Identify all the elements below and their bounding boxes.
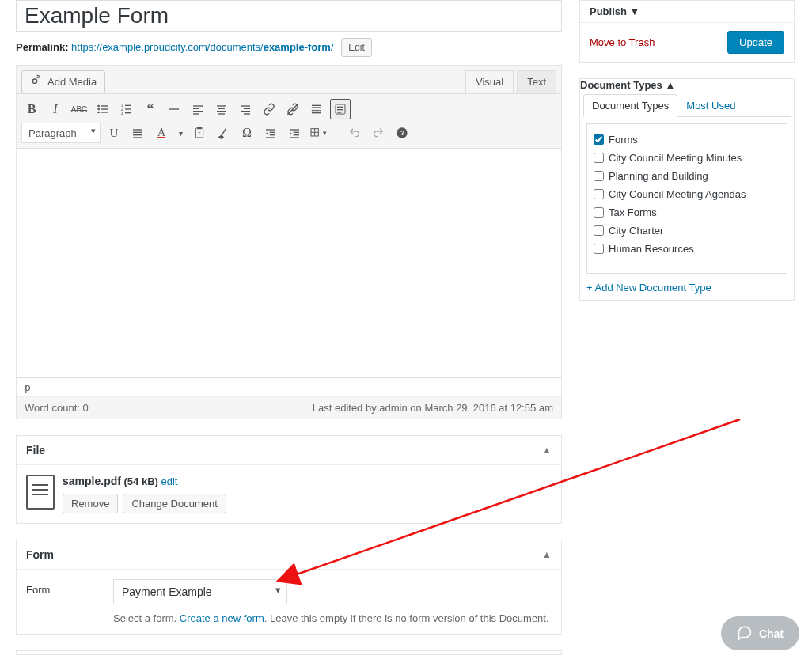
file-postbox-header[interactable]: File ▲ — [17, 436, 561, 465]
svg-point-1 — [97, 105, 100, 108]
document-type-item[interactable]: City Charter — [592, 222, 782, 240]
word-count: Word count: 0 — [25, 402, 89, 414]
document-type-checkbox[interactable] — [594, 225, 604, 236]
svg-rect-20 — [217, 111, 226, 112]
svg-rect-49 — [294, 134, 299, 135]
svg-rect-8 — [125, 105, 131, 106]
align-justify-icon[interactable] — [127, 123, 148, 143]
svg-point-3 — [97, 108, 100, 111]
svg-rect-25 — [244, 113, 250, 114]
document-type-item[interactable]: City Council Meeting Agendas — [592, 185, 782, 203]
svg-rect-43 — [266, 129, 275, 130]
document-type-item[interactable]: Human Resources — [592, 240, 782, 258]
document-type-label: City Council Meeting Agendas — [609, 188, 746, 200]
tab-visual[interactable]: Visual — [465, 70, 514, 93]
remove-file-button[interactable]: Remove — [63, 494, 118, 513]
help-icon[interactable]: ? — [392, 123, 412, 143]
unlink-icon[interactable] — [283, 99, 303, 119]
underline-icon[interactable]: U — [104, 123, 124, 143]
move-to-trash-link[interactable]: Move to Trash — [590, 36, 655, 48]
svg-rect-34 — [337, 109, 343, 110]
document-type-checkbox[interactable] — [594, 207, 604, 218]
svg-rect-2 — [101, 105, 108, 106]
document-type-label: City Charter — [609, 225, 663, 237]
document-types-postbox: Document Types ▲ Document Types Most Use… — [579, 78, 795, 301]
document-type-label: Human Resources — [609, 243, 694, 255]
permalink-url[interactable]: https://example.proudcity.com/documents/… — [71, 41, 333, 53]
document-type-checkbox[interactable] — [594, 153, 604, 163]
document-type-item[interactable]: Tax Forms — [592, 203, 782, 222]
permalink-row: Permalink: https://example.proudcity.com… — [16, 38, 562, 57]
undo-icon[interactable] — [344, 123, 365, 143]
form-select[interactable]: Payment Example — [113, 579, 287, 604]
table-icon[interactable]: ▾ — [308, 123, 328, 143]
change-document-button[interactable]: Change Document — [123, 494, 226, 513]
redo-icon[interactable] — [368, 123, 389, 143]
tab-most-used[interactable]: Most Used — [677, 94, 744, 117]
document-icon — [26, 475, 55, 510]
format-select[interactable]: Paragraph — [21, 123, 101, 143]
media-icon — [30, 74, 43, 89]
svg-rect-24 — [241, 111, 250, 112]
format-select-wrap[interactable]: Paragraph — [21, 123, 101, 143]
form-postbox-header[interactable]: Form ▲ — [17, 540, 561, 570]
update-button[interactable]: Update — [727, 31, 784, 54]
collapse-up-icon: ▲ — [542, 549, 552, 560]
svg-rect-18 — [217, 105, 226, 106]
align-center-icon[interactable] — [211, 99, 232, 119]
numbered-list-icon[interactable]: 123 — [116, 99, 137, 119]
special-char-icon[interactable]: Ω — [237, 123, 257, 143]
title-input[interactable] — [16, 0, 562, 32]
document-type-item[interactable]: Planning and Building — [592, 167, 782, 185]
text-color-dropdown-icon[interactable]: ▾ — [175, 123, 186, 143]
svg-rect-23 — [244, 108, 250, 109]
document-type-checkbox[interactable] — [594, 171, 604, 181]
add-new-document-type-link[interactable]: + Add New Document Type — [586, 282, 787, 294]
document-type-label: Tax Forms — [609, 206, 657, 218]
svg-rect-4 — [101, 108, 108, 109]
italic-icon[interactable]: I — [45, 99, 66, 119]
tab-document-types[interactable]: Document Types — [583, 94, 677, 117]
clear-formatting-icon[interactable] — [213, 123, 233, 143]
document-types-header[interactable]: Document Types ▲ — [580, 79, 794, 91]
svg-rect-33 — [340, 107, 343, 108]
text-color-icon[interactable]: A — [151, 123, 172, 143]
horizontal-rule-icon[interactable] — [164, 99, 184, 119]
document-type-item[interactable]: City Council Meeting Minutes — [592, 149, 782, 167]
last-edited: Last edited by admin on March 29, 2016 a… — [313, 402, 553, 414]
publish-postbox-header[interactable]: Publish ▼ — [580, 1, 794, 22]
bold-icon[interactable]: B — [21, 99, 42, 119]
paste-text-icon[interactable]: T — [189, 123, 210, 143]
svg-rect-39 — [133, 137, 142, 138]
chat-icon — [737, 624, 753, 642]
file-edit-link[interactable]: edit — [161, 475, 178, 487]
blockquote-icon[interactable]: “ — [140, 99, 161, 119]
svg-rect-30 — [312, 112, 321, 113]
svg-rect-21 — [218, 113, 225, 114]
add-media-button[interactable]: Add Media — [21, 70, 105, 93]
create-form-link[interactable]: Create a new form — [180, 612, 264, 624]
document-types-list[interactable]: FormsCity Council Meeting MinutesPlannin… — [586, 123, 787, 274]
indent-icon[interactable] — [284, 123, 305, 143]
bullet-list-icon[interactable] — [93, 99, 113, 119]
editor-content[interactable] — [17, 148, 561, 377]
align-left-icon[interactable] — [188, 99, 208, 119]
svg-rect-17 — [193, 113, 199, 114]
toolbar-toggle-icon[interactable] — [330, 99, 351, 119]
strikethrough-icon[interactable]: ABC — [69, 99, 89, 119]
document-type-checkbox[interactable] — [594, 189, 604, 199]
chat-widget[interactable]: Chat — [721, 616, 799, 650]
outdent-icon[interactable] — [260, 123, 281, 143]
document-type-item[interactable]: Forms — [592, 131, 782, 149]
svg-rect-16 — [193, 111, 203, 112]
svg-rect-15 — [193, 108, 199, 109]
editor-path: p — [17, 377, 561, 396]
permalink-edit-button[interactable]: Edit — [341, 38, 372, 57]
align-right-icon[interactable] — [235, 99, 256, 119]
tab-text[interactable]: Text — [517, 70, 556, 93]
readmore-icon[interactable] — [306, 99, 327, 119]
document-type-checkbox[interactable] — [594, 134, 604, 145]
document-type-checkbox[interactable] — [594, 244, 604, 254]
link-icon[interactable] — [259, 99, 279, 119]
collapse-up-icon: ▲ — [542, 445, 552, 456]
